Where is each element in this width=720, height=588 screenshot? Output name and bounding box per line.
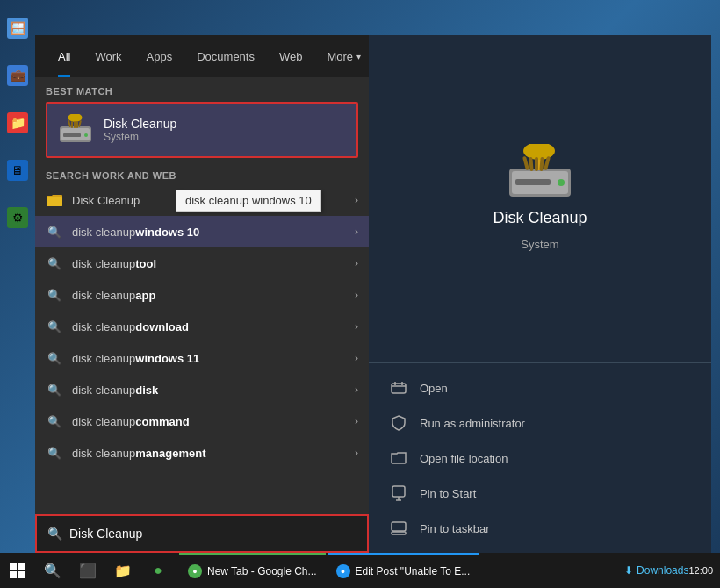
suggestion-arrow-5: › [355,352,358,364]
right-panel-actions: Open Run as administrator Open file loca… [369,363,711,553]
suggestion-item-3[interactable]: 🔍 disk cleanup app › [35,279,369,311]
taskbar-app-edit[interactable]: ● Edit Post "Unable To E... [328,553,479,588]
desktop-icon-1[interactable]: 🪟 [2,18,33,39]
right-panel-title: Disk Cleanup [493,209,587,227]
action-run-admin-label: Run as administrator [420,417,525,430]
svg-rect-23 [392,384,406,393]
svg-rect-27 [10,563,17,570]
taskbar-taskview-icon[interactable]: ⬛ [70,553,105,588]
right-panel-top: Disk Cleanup System [369,35,711,362]
search-work-web-label: Search work and web [35,161,369,184]
suggestion-arrow-0: › [355,194,358,206]
tabs-bar: All Work Apps Documents Web More ▾ T ···… [35,35,369,77]
search-icon-1: 🔍 [46,223,63,240]
suggestion-item-7[interactable]: 🔍 disk cleanup command › [35,405,369,437]
taskbar-search-icon[interactable]: 🔍 [35,553,70,588]
svg-rect-26 [392,532,406,534]
search-panel: All Work Apps Documents Web More ▾ T ···… [35,35,369,553]
action-pin-start-label: Pin to Start [420,487,476,500]
suggestion-arrow-7: › [355,415,358,427]
taskbar: 🔍 ⬛ 📁 ● ● New Tab - Google Ch... ● Edit … [0,553,720,588]
search-icon-5: 🔍 [46,349,63,367]
action-open[interactable]: Open [369,370,711,405]
pin-start-icon [390,484,407,502]
action-pin-taskbar[interactable]: Pin to taskbar [369,511,711,546]
suggestion-item-8[interactable]: 🔍 disk cleanup management › [35,437,369,469]
desktop-icon-strip: 🪟 💼 📁 🖥 ⚙ [0,0,35,553]
desktop-icon-3[interactable]: 📁 [2,112,33,133]
right-panel: Disk Cleanup System Open Run as administ… [369,35,711,553]
svg-point-15 [558,179,565,186]
svg-rect-14 [515,179,551,185]
suggestion-text-7: disk cleanup command [72,415,355,428]
folder-location-icon [390,449,407,467]
svg-rect-24 [392,486,405,497]
desktop-icon-img-3: 📁 [7,112,28,133]
best-match-section: Best match [35,77,369,161]
disk-cleanup-icon [58,112,93,147]
search-input[interactable] [69,527,356,541]
action-pin-start[interactable]: Pin to Start [369,476,711,511]
edit-dot: ● [336,564,350,578]
tab-all[interactable]: All [46,35,83,77]
desktop-icon-5[interactable]: ⚙ [2,207,33,228]
action-run-admin[interactable]: Run as administrator [369,405,711,441]
right-panel-disk-icon [505,146,575,198]
tab-documents[interactable]: Documents [184,35,267,77]
pin-taskbar-icon [390,520,407,537]
svg-rect-9 [76,121,78,128]
disk-icon-svg [58,114,93,146]
svg-rect-8 [74,121,76,128]
suggestion-item-5[interactable]: 🔍 disk cleanup windows 11 › [35,342,369,374]
best-match-item[interactable]: Disk Cleanup System [46,102,358,158]
search-icon-8: 🔍 [46,444,63,462]
right-panel-subtitle: System [521,238,558,251]
start-button[interactable] [0,553,35,588]
svg-rect-2 [63,133,81,137]
downloads-label: Downloads [637,564,688,577]
tab-work[interactable]: Work [83,35,133,77]
chrome-dot: ● [188,564,202,578]
tray-clock: 12:00 [688,565,713,576]
suggestion-item-2[interactable]: 🔍 disk cleanup tool › [35,247,369,279]
taskbar-downloads[interactable]: ⬇ Downloads [624,564,688,577]
best-match-title: Disk Cleanup [104,117,176,131]
download-icon: ⬇ [624,564,633,577]
best-match-subtitle: System [104,131,176,143]
desktop-icon-4[interactable]: 🖥 [2,160,33,181]
tooltip-popup: disk cleanup windows 10 [176,190,321,212]
search-icon-2: 🔍 [46,255,63,272]
windows-logo-icon [9,562,26,579]
taskbar-file-icon[interactable]: 📁 [105,553,140,588]
taskbar-system-icons: 🔍 ⬛ 📁 ● [35,553,176,588]
search-icon-6: 🔍 [46,381,63,398]
suggestion-text-1: disk cleanup windows 10 [72,226,355,239]
suggestion-item-6[interactable]: 🔍 disk cleanup disk › [35,374,369,405]
best-match-text: Disk Cleanup System [104,117,176,143]
best-match-label: Best match [46,86,358,97]
suggestion-item-1[interactable]: 🔍 disk cleanup windows 10 › disk cleanup… [35,216,369,247]
search-input-container[interactable]: 🔍 [35,514,369,553]
suggestion-text-4: disk cleanup download [72,320,355,333]
svg-rect-20 [535,157,538,171]
svg-rect-11 [47,197,62,206]
tab-web[interactable]: Web [267,35,315,77]
suggestion-text-3: disk cleanup app [72,289,355,302]
search-icon-7: 🔍 [46,412,63,430]
action-open-location[interactable]: Open file location [369,441,711,476]
svg-rect-18 [522,155,529,169]
desktop-icon-img-1: 🪟 [7,18,28,39]
suggestion-arrow-8: › [355,447,358,459]
taskbar-app-chrome[interactable]: ● New Tab - Google Ch... [179,553,326,588]
svg-rect-7 [71,121,73,128]
suggestion-list: Disk Cleanup › 🔍 disk cleanup windows 10… [35,184,369,514]
action-open-label: Open [420,382,448,395]
folder-icon [46,191,63,209]
tab-apps[interactable]: Apps [134,35,185,77]
taskbar-app-edit-label: Edit Post "Unable To E... [356,565,471,577]
taskbar-chrome-icon[interactable]: ● [140,553,176,588]
tab-more[interactable]: More ▾ [314,35,373,77]
desktop-icon-2[interactable]: 💼 [2,65,33,86]
suggestion-item-4[interactable]: 🔍 disk cleanup download › [35,311,369,342]
svg-point-3 [84,133,88,137]
